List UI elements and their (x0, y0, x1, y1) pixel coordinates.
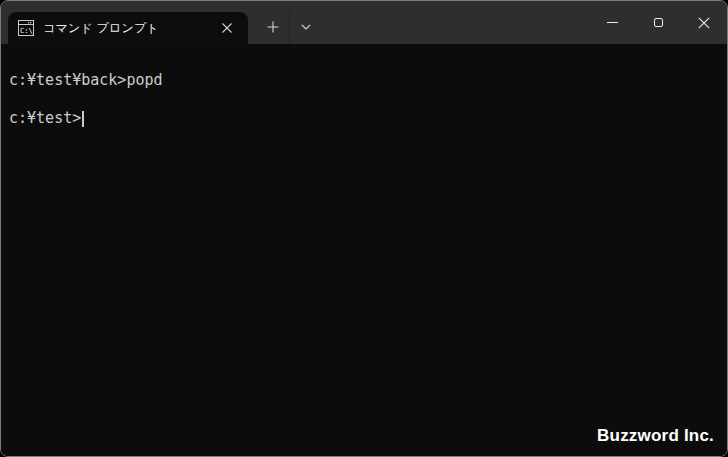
close-icon (698, 17, 710, 29)
window-controls (589, 1, 727, 44)
minimize-icon (607, 22, 618, 23)
plus-icon (267, 21, 279, 33)
terminal-line (9, 52, 719, 71)
maximize-button[interactable] (635, 1, 681, 44)
tab-close-icon[interactable] (216, 17, 238, 39)
tab-command-prompt[interactable]: C:\_ コマンド プロンプト (8, 12, 248, 44)
terminal-output[interactable]: c:¥test¥back>popd c:¥test> Buzzword Inc. (1, 44, 727, 456)
terminal-line: c:¥test¥back>popd (9, 71, 719, 90)
close-button[interactable] (681, 1, 727, 44)
tab-dropdown-button[interactable] (291, 12, 321, 42)
cmd-prompt-icon: C:\_ (18, 20, 34, 36)
svg-text:C:\_: C:\_ (20, 27, 34, 35)
chevron-down-icon (301, 24, 311, 30)
terminal-line (9, 90, 719, 109)
titlebar[interactable]: C:\_ コマンド プロンプト (1, 1, 727, 44)
text-cursor (82, 111, 84, 127)
watermark: Buzzword Inc. (597, 426, 714, 445)
terminal-prompt-row: c:¥test> (9, 109, 719, 128)
terminal-prompt: c:¥test> (9, 109, 81, 128)
tab-title: コマンド プロンプト (43, 20, 216, 37)
toolbar-divider (289, 10, 290, 44)
minimize-button[interactable] (589, 1, 635, 44)
maximize-icon (654, 18, 663, 27)
terminal-window: C:\_ コマンド プロンプト (0, 0, 728, 457)
new-tab-button[interactable] (258, 12, 288, 42)
